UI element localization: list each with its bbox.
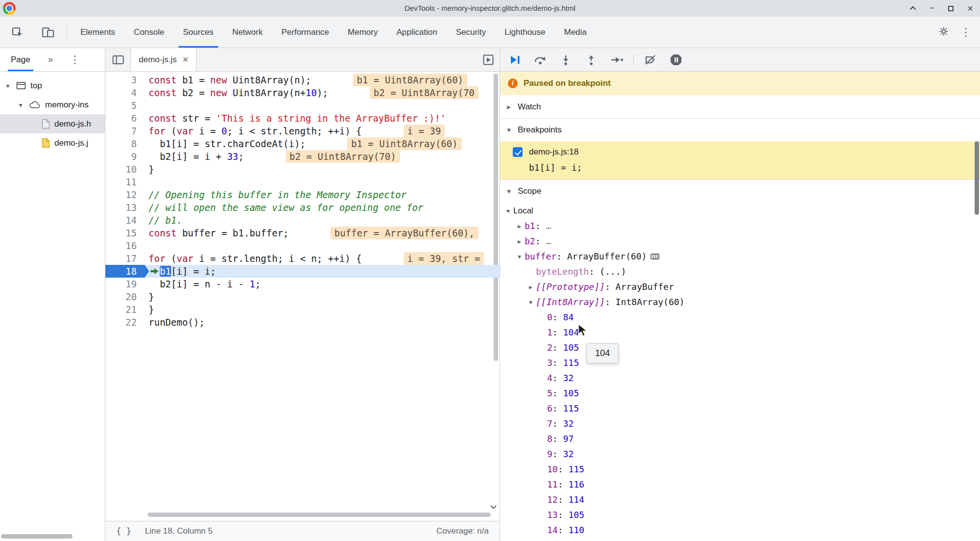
code-editor[interactable]: 3const b1 = new Uint8Array(n);b1 = Uint8… bbox=[105, 72, 500, 521]
line-number[interactable]: 11 bbox=[105, 176, 145, 188]
device-toolbar-icon[interactable] bbox=[37, 24, 59, 41]
close-tab-icon[interactable]: × bbox=[182, 54, 188, 65]
tree-item-demo-js-h[interactable]: demo-js.h bbox=[0, 114, 105, 133]
editor-tab-demo-js[interactable]: demo-js.js × bbox=[131, 48, 197, 71]
scope-section-header[interactable]: ▾ Scope bbox=[500, 180, 980, 202]
tab-memory[interactable]: Memory bbox=[338, 17, 387, 48]
code-line-4[interactable]: 4const b2 = new Uint8Array(n+10);b2 = Ui… bbox=[105, 86, 500, 99]
expander-icon[interactable]: ▾ bbox=[17, 101, 25, 109]
tree-item-demo-js-j[interactable]: demo-js.j bbox=[0, 133, 105, 153]
tab-security[interactable]: Security bbox=[447, 17, 495, 48]
breakpoint-checkbox[interactable] bbox=[513, 147, 523, 157]
scope-entry-b2[interactable]: ▸b2: … bbox=[500, 233, 980, 249]
step-into-button[interactable] bbox=[555, 51, 577, 69]
code-line-19[interactable]: 19 b2[i] = n - i - 1; bbox=[105, 278, 500, 290]
line-number[interactable]: 16 bbox=[105, 239, 145, 252]
code-line-21[interactable]: 21} bbox=[105, 303, 500, 316]
line-number[interactable]: 21 bbox=[105, 303, 145, 316]
inspect-element-icon[interactable] bbox=[7, 24, 28, 41]
expander-icon[interactable]: ▾ bbox=[505, 126, 513, 134]
expander-icon[interactable]: ▸ bbox=[505, 103, 513, 111]
sidebar-horizontal-scrollbar[interactable] bbox=[1, 534, 73, 539]
tab-sources[interactable]: Sources bbox=[174, 17, 223, 48]
deactivate-breakpoints-button[interactable] bbox=[640, 51, 661, 69]
expander-icon[interactable]: ▾ bbox=[514, 253, 525, 260]
toggle-navigator-icon[interactable] bbox=[105, 48, 131, 71]
code-line-10[interactable]: 10} bbox=[105, 163, 500, 176]
expander-icon[interactable]: ▸ bbox=[514, 237, 525, 245]
line-number[interactable]: 6 bbox=[105, 112, 145, 125]
line-number[interactable]: 15 bbox=[105, 227, 145, 239]
editor-horizontal-scrollbar[interactable] bbox=[148, 513, 491, 517]
scope-entry-buffer[interactable]: ▾buffer: ArrayBuffer(60) bbox=[500, 249, 980, 264]
scope-entry-int8array[interactable]: ▾[[Int8Array]]: Int8Array(60) bbox=[500, 294, 980, 309]
code-line-6[interactable]: 6const str = 'This is a string in the Ar… bbox=[105, 112, 500, 125]
code-line-15[interactable]: 15const buffer = b1.buffer;buffer = Arra… bbox=[105, 227, 500, 239]
code-line-11[interactable]: 11 bbox=[105, 176, 500, 188]
line-number[interactable]: 22 bbox=[105, 316, 145, 329]
code-line-8[interactable]: 8 b1[i] = str.charCodeAt(i);b1 = Uint8Ar… bbox=[105, 137, 500, 150]
line-number[interactable]: 12 bbox=[105, 188, 145, 201]
breakpoint-entry[interactable]: demo-js.js:18 b1[i] = i; bbox=[500, 141, 980, 180]
code-line-14[interactable]: 14// b1. bbox=[105, 214, 500, 227]
code-line-12[interactable]: 12// Opening this buffer in the Memory I… bbox=[105, 188, 500, 201]
tab-lighthouse[interactable]: Lighthouse bbox=[495, 17, 554, 48]
watch-section-header[interactable]: ▸ Watch bbox=[500, 95, 980, 119]
breakpoints-section-header[interactable]: ▾ Breakpoints bbox=[500, 119, 980, 141]
line-number[interactable]: 20 bbox=[105, 290, 145, 303]
code-line-20[interactable]: 20} bbox=[105, 290, 500, 303]
code-line-3[interactable]: 3const b1 = new Uint8Array(n);b1 = Uint8… bbox=[105, 74, 500, 86]
step-over-button[interactable] bbox=[529, 51, 551, 69]
expander-icon[interactable]: ▸ bbox=[526, 283, 536, 291]
line-number[interactable]: 4 bbox=[105, 86, 145, 99]
tree-item-memory-ins[interactable]: ▾memory-ins bbox=[0, 95, 105, 114]
tab-page[interactable]: Page bbox=[8, 48, 33, 71]
scope-entry-prototype[interactable]: ▸[[Prototype]]: ArrayBuffer bbox=[500, 279, 980, 294]
expander-icon[interactable]: ▾ bbox=[505, 187, 513, 196]
navigator-kebab-icon[interactable]: ⋮ bbox=[70, 53, 80, 66]
code-line-22[interactable]: 22runDemo(); bbox=[105, 316, 500, 329]
tree-item-top[interactable]: ▾top bbox=[0, 76, 105, 95]
tab-application[interactable]: Application bbox=[387, 17, 447, 48]
settings-gear-icon[interactable] bbox=[938, 26, 950, 39]
line-number[interactable]: 13 bbox=[105, 201, 145, 214]
code-line-5[interactable]: 5 bbox=[105, 99, 500, 112]
step-out-button[interactable] bbox=[580, 51, 602, 69]
expander-icon[interactable]: ▾ bbox=[4, 82, 12, 90]
code-line-16[interactable]: 16 bbox=[105, 239, 500, 252]
code-line-17[interactable]: 17for (var i = str.length; i < n; ++i) {… bbox=[105, 252, 500, 265]
code-line-18[interactable]: 18 b1[i] = i; bbox=[105, 265, 500, 278]
expander-icon[interactable]: ▾ bbox=[526, 298, 536, 306]
property-value[interactable]: (...) bbox=[600, 266, 626, 277]
line-number[interactable]: 7 bbox=[105, 125, 145, 137]
code-line-7[interactable]: 7for (var i = 0; i < str.length; ++i) {i… bbox=[105, 125, 500, 137]
line-number[interactable]: 5 bbox=[105, 99, 145, 112]
line-number[interactable]: 17 bbox=[105, 252, 145, 265]
more-options-kebab-icon[interactable]: ⋮ bbox=[960, 26, 971, 39]
line-number[interactable]: 19 bbox=[105, 278, 145, 290]
line-number[interactable]: 3 bbox=[105, 74, 145, 86]
line-number[interactable]: 9 bbox=[105, 150, 145, 163]
pretty-print-button[interactable]: { } bbox=[116, 526, 131, 536]
tab-network[interactable]: Network bbox=[223, 17, 272, 48]
debugger-vertical-scrollbar[interactable] bbox=[975, 141, 979, 215]
scope-entry-b1[interactable]: ▸b1: … bbox=[500, 218, 980, 233]
code-line-13[interactable]: 13// will open the same view as for open… bbox=[105, 201, 500, 214]
more-tabs-icon[interactable]: » bbox=[48, 54, 53, 65]
resume-script-button[interactable] bbox=[504, 51, 526, 69]
expander-icon[interactable]: ▾ bbox=[503, 207, 513, 215]
toggle-debugger-sidebar-icon[interactable] bbox=[483, 54, 500, 65]
window-minimize-button[interactable]: − bbox=[930, 0, 934, 17]
code-line-9[interactable]: 9 b2[i] = i + 33;b2 = Uint8Array(70) bbox=[105, 150, 500, 163]
window-close-button[interactable]: × bbox=[967, 3, 973, 14]
line-number[interactable]: 10 bbox=[105, 163, 145, 176]
expander-icon[interactable]: ▸ bbox=[514, 222, 525, 230]
line-number[interactable]: 18 bbox=[105, 265, 145, 278]
tab-elements[interactable]: Elements bbox=[71, 17, 125, 48]
tab-performance[interactable]: Performance bbox=[272, 17, 338, 48]
tab-console[interactable]: Console bbox=[125, 17, 174, 48]
window-restore-button[interactable] bbox=[948, 6, 954, 11]
tab-media[interactable]: Media bbox=[555, 17, 596, 48]
pause-on-exceptions-button[interactable] bbox=[665, 51, 687, 69]
step-button[interactable] bbox=[606, 51, 628, 69]
